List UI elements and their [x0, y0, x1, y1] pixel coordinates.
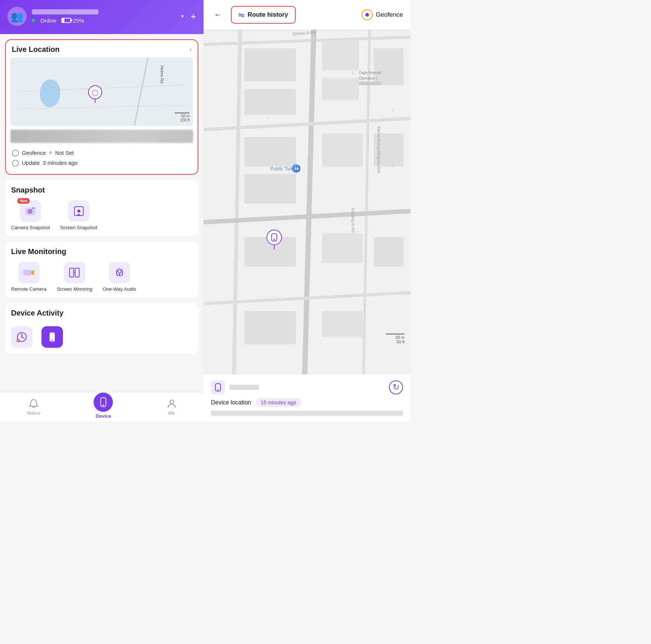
snapshot-title: Snapshot: [11, 186, 192, 194]
activity-box-1: [11, 326, 33, 348]
geofence-map-label: Geofence: [376, 11, 403, 19]
status-row: Online 25%: [32, 17, 175, 24]
activity-clock-icon: [16, 331, 28, 343]
right-panel: Qishan N Rd Xiamenkongzixingche Ave Yund…: [204, 0, 410, 422]
address-blur: [211, 411, 403, 416]
svg-point-65: [218, 389, 219, 390]
dropdown-arrow-icon[interactable]: ▼: [180, 14, 185, 19]
device-location-time: 15 minutes ago: [256, 398, 302, 407]
pin-device-icon: ◯: [92, 89, 98, 96]
device-circle: [94, 393, 113, 412]
camera-snapshot-box: New: [20, 200, 41, 222]
svg-rect-38: [322, 78, 359, 100]
svg-text:Operation (: Operation (: [359, 76, 378, 80]
scale-50m: 50 m: [175, 114, 189, 118]
me-label: Me: [168, 410, 175, 416]
svg-rect-37: [322, 41, 359, 70]
back-button[interactable]: ←: [211, 8, 225, 22]
route-history-label: Route history: [248, 11, 288, 19]
update-meta-label: Update: [22, 160, 40, 166]
clock-icon: ◯: [12, 159, 19, 167]
activity-icon-item-2[interactable]: [41, 326, 63, 348]
device-thumb-icon: [214, 383, 222, 391]
camera-snapshot-item[interactable]: New Camera Snapshot: [11, 200, 50, 230]
battery-label: 25%: [73, 17, 84, 24]
left-panel: 👥 Online 25% ▼ +: [0, 0, 204, 422]
svg-text:Dajia Internat: Dajia Internat: [359, 71, 381, 75]
geofence-circle-icon: [362, 9, 373, 20]
svg-point-5: [29, 211, 31, 212]
geofence-meta-status: Not Set: [55, 150, 74, 156]
not-set-dot: [49, 151, 52, 154]
remote-camera-box: [18, 262, 40, 283]
remote-camera-label: Remote Camera: [11, 286, 46, 292]
activity-phone-icon: [47, 332, 57, 342]
road-label: Helms Rd: [160, 66, 164, 83]
device-location-card: ↻ Device location 15 minutes ago: [204, 374, 410, 422]
screen-snapshot-icon: [73, 205, 85, 217]
activity-icons: [11, 323, 192, 348]
camera-snapshot-icon: [24, 205, 36, 217]
map-header: ← ⇋ Route history Geofence: [204, 0, 410, 30]
screen-mirroring-icon: [68, 267, 80, 278]
nav-me[interactable]: Me: [167, 398, 177, 416]
avatar: 👥: [7, 7, 27, 26]
refresh-button[interactable]: ↻: [389, 380, 403, 394]
content-scroll: Live Location ›: [0, 34, 204, 422]
add-button[interactable]: +: [191, 11, 196, 22]
online-dot: [32, 19, 35, 22]
live-monitoring-card: Live Monitoring Remote Camera: [5, 241, 198, 298]
svg-rect-41: [244, 174, 296, 204]
svg-rect-45: [322, 233, 363, 263]
svg-text:↕: ↕: [392, 163, 395, 168]
activity-icon-item-1[interactable]: [11, 326, 33, 348]
svg-point-63: [274, 239, 275, 240]
screen-mirroring-item[interactable]: Screen Mirroring: [57, 262, 92, 292]
scale-line: [175, 113, 189, 113]
live-location-chevron-icon[interactable]: ›: [189, 46, 192, 53]
card-meta: ◯ Geofence Not Set ◯ Update 3 minutes ag…: [6, 147, 198, 174]
svg-rect-36: [244, 89, 296, 115]
device-pin: ◯: [88, 85, 102, 103]
device-activity-title: Device Activity: [11, 309, 192, 317]
screen-snapshot-item[interactable]: Screen Snapshot: [60, 200, 97, 230]
live-monitoring-grid: Remote Camera Screen Mirroring: [11, 262, 192, 292]
svg-text:↕: ↕: [352, 70, 354, 75]
svg-text:↕: ↕: [266, 114, 269, 120]
svg-point-13: [118, 269, 121, 273]
snapshot-grid: New Camera Snapshot: [11, 200, 192, 230]
screen-mirroring-box: [64, 262, 85, 283]
device-loc-info: Device location 15 minutes ago: [211, 398, 403, 407]
nav-notice[interactable]: Notice: [27, 398, 40, 416]
app-header: 👥 Online 25% ▼ +: [0, 0, 204, 34]
new-badge: New: [17, 197, 30, 204]
battery-fill: [62, 19, 64, 22]
svg-point-25: [103, 404, 104, 406]
remote-camera-item[interactable]: Remote Camera: [11, 262, 46, 292]
screen-snapshot-label: Screen Snapshot: [60, 225, 97, 230]
svg-line-0: [134, 57, 148, 126]
one-way-audio-box: [109, 262, 130, 283]
notice-label: Notice: [27, 410, 40, 416]
live-location-card[interactable]: Live Location ›: [5, 39, 198, 175]
header-info: Online 25%: [32, 9, 175, 24]
device-thumbnail: [211, 380, 225, 394]
svg-text:🚻: 🚻: [294, 166, 300, 172]
geofence-button[interactable]: Geofence: [362, 9, 403, 20]
scale-m: 20 m: [386, 335, 405, 340]
scale-line-right: [386, 334, 405, 334]
nav-device[interactable]: Device: [94, 396, 113, 419]
svg-rect-10: [70, 268, 74, 277]
map-device-marker: [266, 230, 282, 250]
geofence-dot: [365, 13, 369, 17]
svg-line-18: [22, 337, 24, 338]
header-actions: ▼ +: [180, 11, 196, 22]
device-loc-row: ↻: [211, 380, 403, 394]
one-way-audio-icon: [114, 267, 125, 278]
update-time: 3 minutes ago: [43, 160, 77, 166]
device-label: Device: [95, 413, 111, 419]
one-way-audio-item[interactable]: One-Way Audio: [103, 262, 136, 292]
svg-rect-35: [244, 48, 296, 81]
route-history-button[interactable]: ⇋ Route history: [231, 6, 296, 24]
screen-mirroring-label: Screen Mirroring: [57, 286, 92, 292]
